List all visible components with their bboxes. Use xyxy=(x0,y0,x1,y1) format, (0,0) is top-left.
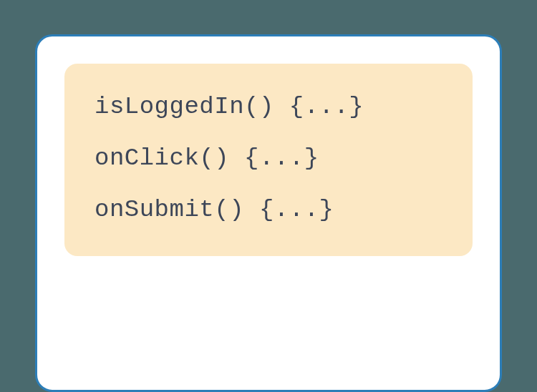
code-block: isLoggedIn() {...} onClick() {...} onSub… xyxy=(64,64,473,256)
code-line: onClick() {...} xyxy=(95,142,442,174)
code-line: isLoggedIn() {...} xyxy=(95,91,442,122)
code-card: isLoggedIn() {...} onClick() {...} onSub… xyxy=(35,34,502,392)
code-line: onSubmit() {...} xyxy=(95,194,442,225)
